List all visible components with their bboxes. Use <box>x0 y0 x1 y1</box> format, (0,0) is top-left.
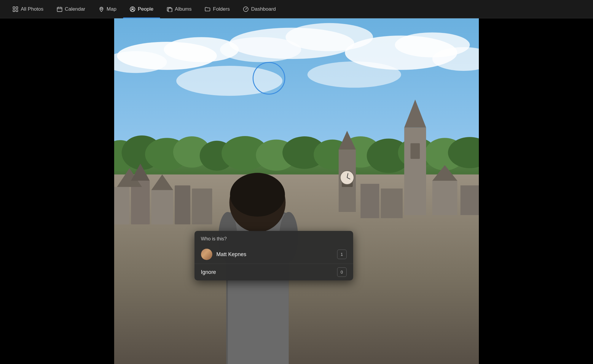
svg-rect-46 <box>151 190 173 224</box>
ignore-suggestion[interactable]: Ignore 0 <box>195 264 353 280</box>
svg-rect-62 <box>381 189 403 218</box>
svg-rect-61 <box>361 184 379 218</box>
svg-point-27 <box>307 61 401 87</box>
person-avatar <box>201 249 212 260</box>
avatar-image <box>201 249 212 260</box>
person-circle-icon <box>130 6 136 12</box>
person-count-badge: 1 <box>337 250 347 259</box>
nav-dashboard-label: Dashboard <box>251 6 276 12</box>
nav-albums-label: Albums <box>175 6 192 12</box>
person-count: 1 <box>341 252 343 257</box>
svg-rect-48 <box>192 189 212 224</box>
person-name: Matt Kepnes <box>216 251 337 258</box>
left-sidebar <box>0 18 114 364</box>
nav-dashboard[interactable]: Dashboard <box>236 0 282 18</box>
svg-point-71 <box>230 173 285 216</box>
nav-albums[interactable]: Albums <box>160 0 198 18</box>
svg-rect-44 <box>114 187 130 224</box>
svg-point-10 <box>132 8 133 9</box>
folder-icon <box>205 6 211 12</box>
nav-calendar[interactable]: Calendar <box>50 0 92 18</box>
nav-people[interactable]: People <box>123 0 160 18</box>
ignore-label: Ignore <box>201 269 337 275</box>
nav-map[interactable]: Map <box>92 0 123 18</box>
nav-all-photos-label: All Photos <box>21 6 44 12</box>
nav-map-label: Map <box>107 6 117 12</box>
svg-rect-60 <box>410 143 420 159</box>
map-pin-icon <box>98 6 104 12</box>
nav-all-photos[interactable]: All Photos <box>6 0 50 18</box>
face-identification-popup: Who is this? Matt Kepnes 1 Ignore 0 <box>195 231 353 280</box>
svg-point-8 <box>101 8 102 9</box>
svg-rect-63 <box>432 181 457 215</box>
svg-rect-3 <box>16 9 18 11</box>
calendar-icon <box>57 6 63 12</box>
right-sidebar <box>479 18 593 364</box>
popup-header-text: Who is this? <box>201 236 227 241</box>
svg-rect-4 <box>57 7 62 11</box>
popup-header: Who is this? <box>195 231 353 245</box>
svg-rect-1 <box>16 7 18 8</box>
face-detection-circle <box>253 62 285 95</box>
person-suggestion-matt[interactable]: Matt Kepnes 1 <box>195 245 353 264</box>
svg-point-22 <box>220 37 301 62</box>
photo-scene <box>114 18 479 364</box>
ignore-count: 0 <box>341 270 343 274</box>
dashboard-icon <box>243 6 249 12</box>
svg-rect-45 <box>131 181 150 224</box>
nav-folders-label: Folders <box>213 6 230 12</box>
svg-rect-2 <box>13 9 15 11</box>
album-icon <box>167 6 173 12</box>
top-navigation: All Photos Calendar Map People Albums Fo… <box>0 0 593 18</box>
nav-people-label: People <box>138 6 154 12</box>
ignore-count-badge: 0 <box>337 267 347 277</box>
svg-rect-0 <box>13 7 15 8</box>
main-content: Who is this? Matt Kepnes 1 Ignore 0 <box>0 18 593 364</box>
nav-calendar-label: Calendar <box>65 6 85 12</box>
svg-rect-12 <box>168 8 172 12</box>
svg-rect-64 <box>460 185 479 215</box>
svg-rect-58 <box>404 128 426 215</box>
svg-rect-47 <box>175 185 190 224</box>
nav-folders[interactable]: Folders <box>198 0 236 18</box>
photo-container: Who is this? Matt Kepnes 1 Ignore 0 <box>114 18 479 364</box>
grid-icon <box>12 6 18 12</box>
svg-point-15 <box>246 9 246 9</box>
